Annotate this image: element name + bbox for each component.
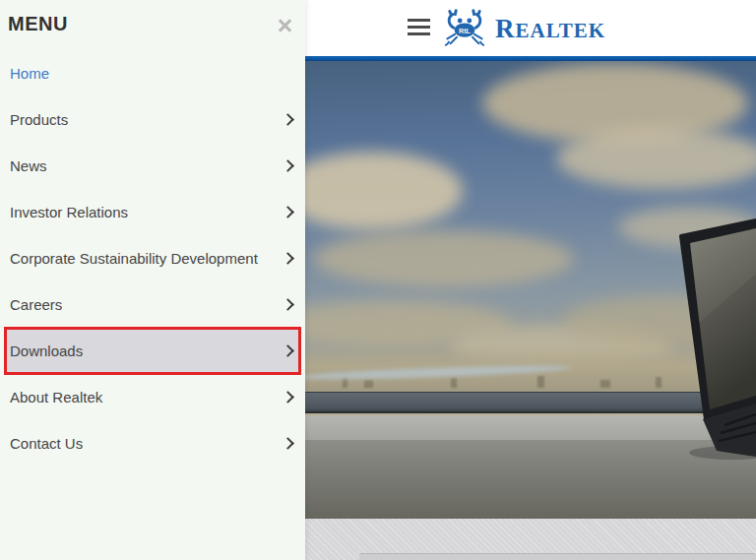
menu-item-label: About Realtek [10, 389, 102, 405]
close-icon[interactable] [278, 19, 291, 32]
hero-image [305, 61, 756, 519]
menu-item-label: News [10, 157, 47, 174]
menu-item-label: Downloads [10, 342, 83, 359]
content-card-edge [359, 553, 756, 560]
page-section-below-hero [305, 519, 756, 560]
realtek-crab-logo-icon: RtL [441, 9, 488, 48]
brand-wordmark: REALTEK [495, 14, 605, 44]
menu-item-label: Contact Us [10, 435, 83, 452]
hamburger-menu-icon[interactable] [408, 19, 430, 35]
svg-text:RtL: RtL [459, 27, 472, 35]
chevron-right-icon [284, 439, 292, 448]
menu-item-products[interactable]: Products [5, 96, 300, 143]
brand-logo[interactable]: RtL REALTEK [441, 8, 605, 49]
menu-panel: MENU Home Products News Investor Relatio… [0, 0, 305, 560]
menu-item-careers[interactable]: Careers [5, 281, 300, 328]
chevron-right-icon [284, 208, 292, 217]
cloud [556, 128, 756, 189]
menu-item-downloads[interactable]: Downloads [5, 328, 300, 374]
menu-item-contact-us[interactable]: Contact Us [5, 420, 300, 467]
menu-item-investor-relations[interactable]: Investor Relations [5, 189, 300, 235]
laptop-image [648, 215, 756, 461]
menu-item-corporate-sustainability-development[interactable]: Corporate Sustainability Development [5, 235, 300, 281]
menu-item-news[interactable]: News [5, 143, 300, 189]
menu-item-label: Careers [10, 296, 62, 313]
chevron-right-icon [284, 346, 292, 355]
menu-panel-header: MENU [0, 0, 305, 47]
cloud [305, 152, 463, 230]
chevron-right-icon [284, 115, 292, 124]
menu-item-about-realtek[interactable]: About Realtek [5, 374, 300, 420]
menu-item-label: Products [10, 111, 68, 128]
cloud [313, 230, 574, 287]
menu-title: MENU [8, 13, 68, 35]
menu-item-label: Home [10, 65, 49, 82]
chevron-right-icon [284, 393, 292, 402]
chevron-right-icon [284, 254, 292, 263]
menu-item-label: Corporate Sustainability Development [10, 250, 258, 267]
chevron-right-icon [284, 300, 292, 309]
page: RtL REALTEK [0, 0, 756, 560]
menu-item-label: Investor Relations [10, 204, 128, 220]
menu-item-home[interactable]: Home [5, 50, 300, 96]
menu-list: Home Products News Investor Relations Co… [0, 47, 305, 467]
chevron-right-icon [284, 161, 292, 170]
